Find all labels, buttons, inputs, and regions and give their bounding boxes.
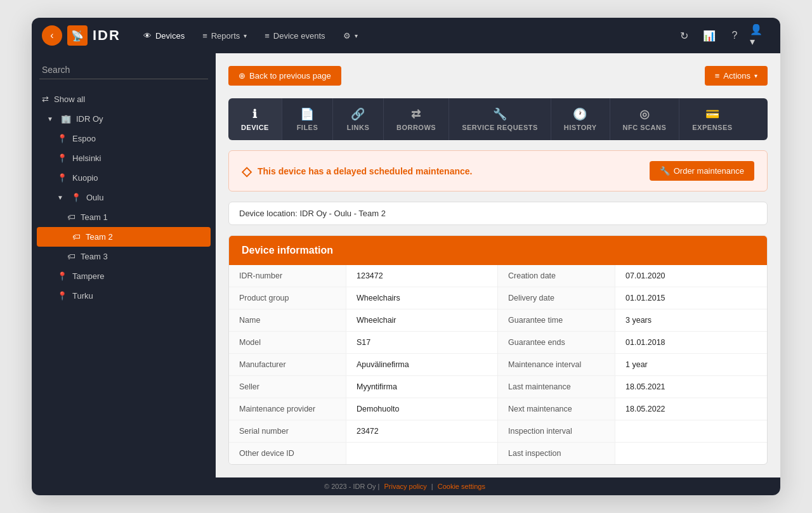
tab-service-requests[interactable]: 🔧 SERVICE REQUESTS (449, 98, 551, 140)
chart-icon[interactable]: 📊 (699, 25, 719, 46)
location-icon: 📍 (57, 173, 67, 183)
nav-reports[interactable]: ≡ Reports ▾ (195, 26, 254, 46)
info-row-model: Model S17 (229, 332, 497, 354)
info-row-idr-number: IDR-number 123472 (229, 265, 497, 287)
list-icon: ≡ (202, 31, 207, 41)
info-icon: ℹ (252, 107, 258, 121)
info-row-inspection-interval: Inspection interval (498, 420, 767, 443)
actions-button[interactable]: ≡ Actions ▾ (705, 66, 768, 86)
info-row-other-device-id: Other device ID (229, 443, 497, 464)
cookie-settings-link[interactable]: Cookie settings (438, 483, 485, 490)
privacy-policy-link[interactable]: Privacy policy (384, 483, 427, 490)
alert-message: ◇ This device has a delayed scheduled ma… (242, 164, 472, 179)
location-icon: 📍 (57, 271, 67, 281)
nav-items: 👁 Devices ≡ Reports ▾ ≡ Device events ⚙ … (136, 26, 669, 46)
tab-files[interactable]: 📄 FILES (282, 98, 333, 140)
tab-history[interactable]: 🕐 HISTORY (551, 98, 610, 140)
sidebar-item-team2[interactable]: 🏷 Team 2 (37, 227, 211, 247)
info-row-maintenance-interval: Maintenance interval 1 year (498, 354, 767, 376)
back-icon: ⊕ (239, 71, 246, 81)
file-icon: 📄 (300, 107, 315, 121)
action-bar: ⊕ Back to previous page ≡ Actions ▾ (228, 66, 768, 86)
logo-icon: 📡 (67, 25, 88, 46)
info-row-last-inspection: Last inspection (498, 443, 767, 464)
main-layout: ⇄ Show all ▼ 🏢 IDR Oy 📍 Espoo 📍 Helsinki… (32, 53, 780, 477)
location-icon: 📍 (57, 153, 67, 163)
main-content: ⊕ Back to previous page ≡ Actions ▾ ℹ DE… (216, 53, 780, 477)
borrow-icon: ⇄ (411, 107, 421, 121)
clock-icon: 🕐 (573, 107, 587, 121)
sidebar-search-container (39, 61, 208, 79)
sidebar-item-helsinki[interactable]: 📍 Helsinki (32, 148, 216, 168)
nav-settings[interactable]: ⚙ ▾ (336, 26, 365, 46)
info-row-guarantee-time: Guarantee time 3 years (498, 309, 767, 332)
link-icon: 🔗 (351, 107, 365, 121)
wrench-icon: 🔧 (660, 166, 670, 176)
nav-back-button[interactable]: ‹ (42, 25, 62, 46)
refresh-icon[interactable]: ↻ (674, 25, 694, 46)
device-info-table: IDR-number 123472 Product group Wheelcha… (229, 265, 767, 464)
grid-icon: ≡ (265, 31, 270, 41)
sidebar-item-oulu[interactable]: ▼ 📍 Oulu (32, 188, 216, 207)
team-icon: 🏷 (72, 232, 81, 242)
tab-device[interactable]: ℹ DEVICE (228, 98, 282, 140)
sidebar-item-tampere[interactable]: 📍 Tampere (32, 266, 216, 286)
tab-borrows[interactable]: ⇄ BORROWS (384, 98, 449, 140)
info-row-maintenance-provider: Maintenance provider Demohuolto (229, 398, 497, 420)
nfc-icon: ◎ (639, 107, 650, 121)
location-icon: 📍 (57, 134, 67, 143)
device-info-right-col: Creation date 07.01.2020 Delivery date 0… (498, 265, 767, 464)
tab-expenses[interactable]: 💳 EXPENSES (679, 98, 745, 140)
team-icon: 🏷 (67, 252, 75, 261)
sidebar-item-turku[interactable]: 📍 Turku (32, 286, 216, 306)
device-info-header: Device information (229, 236, 767, 265)
sidebar-item-team3[interactable]: 🏷 Team 3 (32, 247, 216, 266)
chevron-down-icon: ▼ (57, 194, 63, 201)
warning-icon: ◇ (242, 164, 251, 179)
wrench-icon: 🔧 (493, 107, 508, 121)
nav-device-events[interactable]: ≡ Device events (257, 26, 332, 46)
sidebar-item-espoo[interactable]: 📍 Espoo (32, 129, 216, 148)
tab-nfc-scans[interactable]: ◎ NFC SCANS (610, 98, 680, 140)
info-row-last-maintenance: Last maintenance 18.05.2021 (498, 376, 767, 398)
user-icon[interactable]: 👤 ▾ (750, 25, 770, 46)
info-row-manufacturer: Manufacturer Apuvälinefirma (229, 354, 497, 376)
team-icon: 🏷 (67, 212, 75, 222)
tab-links[interactable]: 🔗 LINKS (333, 98, 384, 140)
device-info-card: Device information IDR-number 123472 Pro… (228, 235, 768, 465)
settings-dropdown-icon: ▾ (355, 32, 358, 39)
card-icon: 💳 (705, 107, 720, 121)
top-navigation: ‹ 📡 IDR 👁 Devices ≡ Reports ▾ ≡ Device e… (32, 18, 780, 53)
logo-area: 📡 IDR (67, 25, 121, 46)
info-row-seller: Seller Myyntifirma (229, 376, 497, 398)
chevron-down-icon: ▼ (47, 115, 53, 122)
nav-right-actions: ↻ 📊 ? 👤 ▾ (674, 25, 770, 46)
show-all-icon: ⇄ (42, 94, 49, 104)
info-row-creation-date: Creation date 07.01.2020 (498, 265, 767, 287)
location-icon: 📍 (71, 193, 81, 202)
tabs-bar: ℹ DEVICE 📄 FILES 🔗 LINKS ⇄ BORROWS 🔧 (228, 98, 768, 140)
gear-icon: ⚙ (343, 31, 351, 41)
maintenance-alert: ◇ This device has a delayed scheduled ma… (228, 150, 768, 192)
search-input[interactable] (39, 61, 208, 79)
info-row-name: Name Wheelchair (229, 309, 497, 332)
info-row-delivery-date: Delivery date 01.01.2015 (498, 287, 767, 309)
info-row-serial-number: Serial number 23472 (229, 420, 497, 443)
info-row-product-group: Product group Wheelchairs (229, 287, 497, 309)
sidebar: ⇄ Show all ▼ 🏢 IDR Oy 📍 Espoo 📍 Helsinki… (32, 53, 216, 477)
nav-devices[interactable]: 👁 Devices (136, 26, 192, 46)
help-icon[interactable]: ? (724, 25, 745, 46)
sidebar-item-idr-oy[interactable]: ▼ 🏢 IDR Oy (32, 109, 216, 129)
footer: © 2023 - IDR Oy | Privacy policy | Cooki… (32, 477, 780, 495)
sidebar-show-all[interactable]: ⇄ Show all (32, 89, 216, 109)
back-button[interactable]: ⊕ Back to previous page (228, 66, 341, 86)
device-location: Device location: IDR Oy - Oulu - Team 2 (228, 202, 768, 225)
order-maintenance-button[interactable]: 🔧 Order maintenance (650, 161, 754, 181)
location-icon: 📍 (57, 291, 67, 301)
info-row-guarantee-ends: Guarantee ends 01.01.2018 (498, 332, 767, 354)
sidebar-item-team1[interactable]: 🏷 Team 1 (32, 207, 216, 227)
info-row-next-maintenance: Next maintenance 18.05.2022 (498, 398, 767, 420)
sidebar-item-kuopio[interactable]: 📍 Kuopio (32, 168, 216, 188)
dropdown-chevron-icon: ▾ (754, 72, 757, 79)
building-icon: 🏢 (61, 114, 71, 124)
